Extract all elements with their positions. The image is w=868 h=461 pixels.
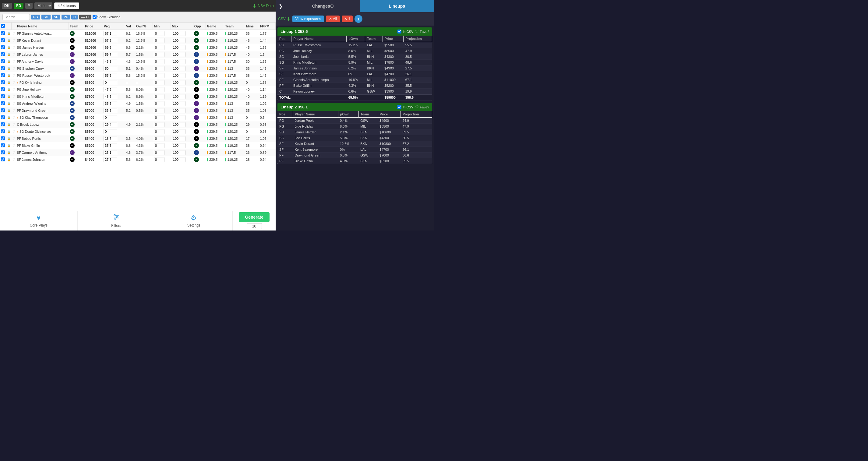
player-max[interactable] [171, 135, 193, 142]
fav-icon[interactable]: ♡ [11, 121, 16, 128]
tab-y[interactable]: Y [25, 3, 33, 9]
fav-icon[interactable]: ♡ [11, 107, 16, 114]
row-check[interactable] [0, 128, 6, 135]
player-max[interactable] [171, 44, 193, 51]
contest-select[interactable]: Main [34, 2, 52, 9]
row-check[interactable] [0, 156, 6, 163]
view-exposures-button[interactable]: View exposures [292, 16, 324, 22]
fav-icon[interactable]: ♡ [11, 58, 16, 65]
player-min[interactable] [153, 30, 171, 37]
lock-icon[interactable]: 🔒 [6, 30, 11, 37]
player-proj[interactable] [103, 72, 125, 79]
lock-icon[interactable]: 🔒 [6, 142, 11, 149]
generate-button[interactable]: Generate [239, 212, 270, 222]
fav-icon[interactable]: ♡ [11, 37, 16, 44]
row-check[interactable] [0, 44, 6, 51]
player-proj[interactable] [103, 114, 125, 121]
player-min[interactable] [153, 114, 171, 121]
search-input[interactable] [2, 14, 30, 20]
player-min[interactable] [153, 100, 171, 107]
player-proj[interactable] [103, 30, 125, 37]
show-excluded-label[interactable]: Show Excluded [93, 15, 121, 19]
player-proj[interactable] [103, 156, 125, 163]
player-max[interactable] [171, 142, 193, 149]
player-max[interactable] [171, 79, 193, 86]
player-min[interactable] [153, 86, 171, 93]
lineup-number-badge[interactable]: 1 [354, 15, 363, 23]
fav-icon[interactable]: ♡ [11, 30, 16, 37]
in-csv-label[interactable]: In CSV [398, 30, 413, 33]
player-min[interactable] [153, 44, 171, 51]
player-proj[interactable] [103, 100, 125, 107]
lock-icon[interactable]: 🔒 [6, 37, 11, 44]
pos-sf-button[interactable]: SF [52, 14, 60, 20]
tab-dk[interactable]: DK [2, 3, 12, 9]
player-max[interactable] [171, 121, 193, 128]
player-min[interactable] [153, 65, 171, 72]
lock-icon[interactable]: 🔒 [6, 65, 11, 72]
player-proj[interactable] [103, 58, 125, 65]
player-min[interactable] [153, 51, 171, 58]
player-proj[interactable] [103, 121, 125, 128]
fave-button[interactable]: ♡ Fave? [415, 105, 429, 109]
lock-icon[interactable]: 🔒 [6, 149, 11, 156]
row-check[interactable] [0, 65, 6, 72]
lock-icon[interactable]: 🔒 [6, 93, 11, 100]
row-check[interactable] [0, 79, 6, 86]
fav-icon[interactable]: ♡ [11, 128, 16, 135]
tab-changes[interactable]: Changes ⓘ [286, 0, 360, 12]
lock-icon[interactable]: 🔒 [6, 86, 11, 93]
fav-icon[interactable]: ♡ [11, 65, 16, 72]
select-all-checkbox[interactable] [1, 24, 5, 28]
fav-icon[interactable]: ♡ [11, 142, 16, 149]
fav-icon[interactable]: ♡ [11, 51, 16, 58]
row-check[interactable] [0, 100, 6, 107]
fav-icon[interactable]: ♡ [11, 86, 16, 93]
fave-button[interactable]: ♡ Fave? [415, 29, 429, 34]
nav-filters[interactable]: Filters [78, 211, 155, 230]
fav-icon[interactable]: ♡ [11, 156, 16, 163]
player-min[interactable] [153, 79, 171, 86]
nav-core-plays[interactable]: ♥ Core Plays [0, 211, 78, 230]
row-check[interactable] [0, 107, 6, 114]
row-check[interactable] [0, 58, 6, 65]
pos-pg-button[interactable]: PG [31, 14, 40, 20]
player-min[interactable] [153, 37, 171, 44]
player-min[interactable] [153, 156, 171, 163]
player-proj[interactable] [103, 86, 125, 93]
row-check[interactable] [0, 37, 6, 44]
player-max[interactable] [171, 149, 193, 156]
player-max[interactable] [171, 72, 193, 79]
row-check[interactable] [0, 93, 6, 100]
player-min[interactable] [153, 107, 171, 114]
in-csv-label[interactable]: In CSV [398, 105, 413, 109]
player-proj[interactable] [103, 128, 125, 135]
csv-button[interactable]: CSV ⬇ [278, 16, 290, 22]
teams-button[interactable]: 4 / 4 teams [54, 2, 79, 9]
collapse-button[interactable]: ❯ [276, 0, 286, 12]
in-csv-checkbox[interactable] [398, 30, 401, 33]
fav-icon[interactable]: ♡ [11, 100, 16, 107]
player-max[interactable] [171, 107, 193, 114]
lock-icon[interactable]: 🔒 [6, 121, 11, 128]
row-check[interactable] [0, 114, 6, 121]
row-check[interactable] [0, 121, 6, 128]
row-check[interactable] [0, 30, 6, 37]
player-min[interactable] [153, 149, 171, 156]
player-min[interactable] [153, 72, 171, 79]
player-max[interactable] [171, 58, 193, 65]
lock-icon[interactable]: 🔒 [6, 79, 11, 86]
player-max[interactable] [171, 86, 193, 93]
pos-pf-button[interactable]: PF [62, 14, 70, 20]
player-min[interactable] [153, 142, 171, 149]
player-max[interactable] [171, 114, 193, 121]
fav-icon[interactable]: ♡ [11, 44, 16, 51]
player-min[interactable] [153, 128, 171, 135]
fav-icon[interactable]: ♡ [11, 93, 16, 100]
generate-count-input[interactable] [247, 223, 262, 229]
fav-icon[interactable]: ♡ [11, 149, 16, 156]
player-proj[interactable] [103, 142, 125, 149]
lock-icon[interactable]: 🔒 [6, 114, 11, 121]
player-proj[interactable] [103, 65, 125, 72]
lock-icon[interactable]: 🔒 [6, 156, 11, 163]
